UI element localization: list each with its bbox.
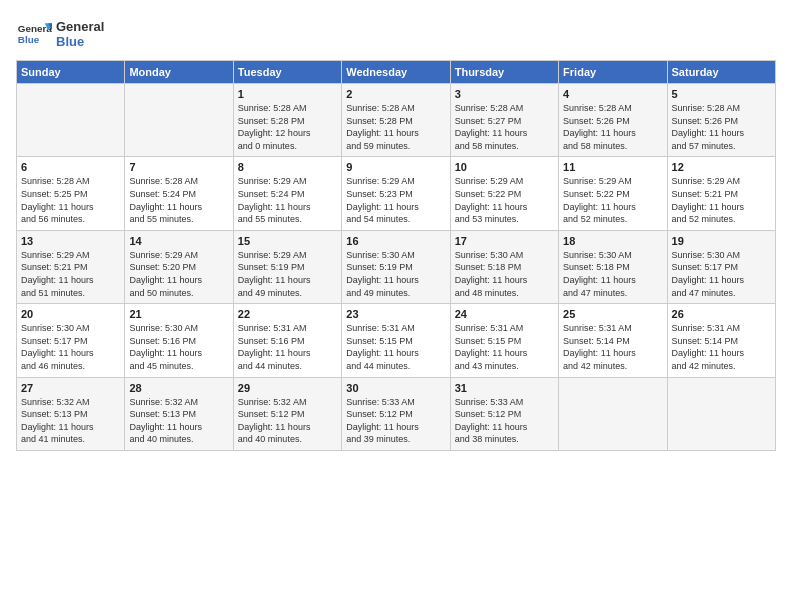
calendar-cell: 1Sunrise: 5:28 AM Sunset: 5:28 PM Daylig… xyxy=(233,84,341,157)
weekday-header-friday: Friday xyxy=(559,61,667,84)
calendar-cell xyxy=(17,84,125,157)
day-number: 29 xyxy=(238,382,337,394)
calendar-cell: 25Sunrise: 5:31 AM Sunset: 5:14 PM Dayli… xyxy=(559,304,667,377)
weekday-header-row: SundayMondayTuesdayWednesdayThursdayFrid… xyxy=(17,61,776,84)
calendar-cell: 8Sunrise: 5:29 AM Sunset: 5:24 PM Daylig… xyxy=(233,157,341,230)
calendar-cell: 2Sunrise: 5:28 AM Sunset: 5:28 PM Daylig… xyxy=(342,84,450,157)
day-number: 15 xyxy=(238,235,337,247)
day-number: 20 xyxy=(21,308,120,320)
day-info: Sunrise: 5:29 AM Sunset: 5:19 PM Dayligh… xyxy=(238,249,337,299)
day-number: 17 xyxy=(455,235,554,247)
calendar-cell: 6Sunrise: 5:28 AM Sunset: 5:25 PM Daylig… xyxy=(17,157,125,230)
day-info: Sunrise: 5:28 AM Sunset: 5:28 PM Dayligh… xyxy=(238,102,337,152)
day-info: Sunrise: 5:29 AM Sunset: 5:23 PM Dayligh… xyxy=(346,175,445,225)
weekday-header-monday: Monday xyxy=(125,61,233,84)
calendar-cell: 19Sunrise: 5:30 AM Sunset: 5:17 PM Dayli… xyxy=(667,230,775,303)
day-info: Sunrise: 5:28 AM Sunset: 5:27 PM Dayligh… xyxy=(455,102,554,152)
calendar-cell: 14Sunrise: 5:29 AM Sunset: 5:20 PM Dayli… xyxy=(125,230,233,303)
calendar-cell: 17Sunrise: 5:30 AM Sunset: 5:18 PM Dayli… xyxy=(450,230,558,303)
day-number: 10 xyxy=(455,161,554,173)
day-number: 23 xyxy=(346,308,445,320)
calendar-cell: 5Sunrise: 5:28 AM Sunset: 5:26 PM Daylig… xyxy=(667,84,775,157)
day-info: Sunrise: 5:29 AM Sunset: 5:22 PM Dayligh… xyxy=(455,175,554,225)
day-number: 21 xyxy=(129,308,228,320)
calendar-cell: 11Sunrise: 5:29 AM Sunset: 5:22 PM Dayli… xyxy=(559,157,667,230)
day-number: 24 xyxy=(455,308,554,320)
svg-text:Blue: Blue xyxy=(18,34,40,45)
calendar-cell: 21Sunrise: 5:30 AM Sunset: 5:16 PM Dayli… xyxy=(125,304,233,377)
calendar-cell xyxy=(667,377,775,450)
day-info: Sunrise: 5:29 AM Sunset: 5:22 PM Dayligh… xyxy=(563,175,662,225)
day-info: Sunrise: 5:31 AM Sunset: 5:14 PM Dayligh… xyxy=(563,322,662,372)
week-row-2: 6Sunrise: 5:28 AM Sunset: 5:25 PM Daylig… xyxy=(17,157,776,230)
day-number: 8 xyxy=(238,161,337,173)
weekday-header-tuesday: Tuesday xyxy=(233,61,341,84)
day-info: Sunrise: 5:30 AM Sunset: 5:16 PM Dayligh… xyxy=(129,322,228,372)
calendar-cell: 10Sunrise: 5:29 AM Sunset: 5:22 PM Dayli… xyxy=(450,157,558,230)
weekday-header-wednesday: Wednesday xyxy=(342,61,450,84)
calendar-cell: 24Sunrise: 5:31 AM Sunset: 5:15 PM Dayli… xyxy=(450,304,558,377)
day-number: 3 xyxy=(455,88,554,100)
week-row-5: 27Sunrise: 5:32 AM Sunset: 5:13 PM Dayli… xyxy=(17,377,776,450)
day-info: Sunrise: 5:29 AM Sunset: 5:20 PM Dayligh… xyxy=(129,249,228,299)
calendar-cell: 23Sunrise: 5:31 AM Sunset: 5:15 PM Dayli… xyxy=(342,304,450,377)
day-number: 1 xyxy=(238,88,337,100)
day-info: Sunrise: 5:28 AM Sunset: 5:24 PM Dayligh… xyxy=(129,175,228,225)
calendar-cell: 18Sunrise: 5:30 AM Sunset: 5:18 PM Dayli… xyxy=(559,230,667,303)
day-info: Sunrise: 5:28 AM Sunset: 5:26 PM Dayligh… xyxy=(672,102,771,152)
calendar-cell: 4Sunrise: 5:28 AM Sunset: 5:26 PM Daylig… xyxy=(559,84,667,157)
logo-text-line1: General xyxy=(56,19,104,34)
weekday-header-thursday: Thursday xyxy=(450,61,558,84)
day-info: Sunrise: 5:32 AM Sunset: 5:12 PM Dayligh… xyxy=(238,396,337,446)
weekday-header-saturday: Saturday xyxy=(667,61,775,84)
calendar-cell: 16Sunrise: 5:30 AM Sunset: 5:19 PM Dayli… xyxy=(342,230,450,303)
day-number: 30 xyxy=(346,382,445,394)
day-info: Sunrise: 5:31 AM Sunset: 5:15 PM Dayligh… xyxy=(455,322,554,372)
day-info: Sunrise: 5:33 AM Sunset: 5:12 PM Dayligh… xyxy=(455,396,554,446)
calendar-cell xyxy=(125,84,233,157)
day-info: Sunrise: 5:31 AM Sunset: 5:14 PM Dayligh… xyxy=(672,322,771,372)
calendar-cell: 12Sunrise: 5:29 AM Sunset: 5:21 PM Dayli… xyxy=(667,157,775,230)
day-number: 25 xyxy=(563,308,662,320)
day-info: Sunrise: 5:28 AM Sunset: 5:26 PM Dayligh… xyxy=(563,102,662,152)
calendar-cell: 3Sunrise: 5:28 AM Sunset: 5:27 PM Daylig… xyxy=(450,84,558,157)
day-info: Sunrise: 5:30 AM Sunset: 5:18 PM Dayligh… xyxy=(455,249,554,299)
day-number: 11 xyxy=(563,161,662,173)
day-info: Sunrise: 5:29 AM Sunset: 5:21 PM Dayligh… xyxy=(21,249,120,299)
day-number: 9 xyxy=(346,161,445,173)
day-info: Sunrise: 5:29 AM Sunset: 5:24 PM Dayligh… xyxy=(238,175,337,225)
calendar-cell: 28Sunrise: 5:32 AM Sunset: 5:13 PM Dayli… xyxy=(125,377,233,450)
day-number: 16 xyxy=(346,235,445,247)
week-row-1: 1Sunrise: 5:28 AM Sunset: 5:28 PM Daylig… xyxy=(17,84,776,157)
day-number: 19 xyxy=(672,235,771,247)
day-info: Sunrise: 5:32 AM Sunset: 5:13 PM Dayligh… xyxy=(129,396,228,446)
day-info: Sunrise: 5:31 AM Sunset: 5:15 PM Dayligh… xyxy=(346,322,445,372)
day-number: 28 xyxy=(129,382,228,394)
calendar-cell: 29Sunrise: 5:32 AM Sunset: 5:12 PM Dayli… xyxy=(233,377,341,450)
calendar-cell: 9Sunrise: 5:29 AM Sunset: 5:23 PM Daylig… xyxy=(342,157,450,230)
day-info: Sunrise: 5:32 AM Sunset: 5:13 PM Dayligh… xyxy=(21,396,120,446)
calendar-cell: 31Sunrise: 5:33 AM Sunset: 5:12 PM Dayli… xyxy=(450,377,558,450)
calendar-cell: 7Sunrise: 5:28 AM Sunset: 5:24 PM Daylig… xyxy=(125,157,233,230)
day-info: Sunrise: 5:29 AM Sunset: 5:21 PM Dayligh… xyxy=(672,175,771,225)
day-info: Sunrise: 5:30 AM Sunset: 5:17 PM Dayligh… xyxy=(672,249,771,299)
day-number: 22 xyxy=(238,308,337,320)
calendar-cell xyxy=(559,377,667,450)
logo-icon: General Blue xyxy=(16,16,52,52)
day-number: 31 xyxy=(455,382,554,394)
week-row-4: 20Sunrise: 5:30 AM Sunset: 5:17 PM Dayli… xyxy=(17,304,776,377)
calendar-cell: 13Sunrise: 5:29 AM Sunset: 5:21 PM Dayli… xyxy=(17,230,125,303)
day-number: 14 xyxy=(129,235,228,247)
day-number: 13 xyxy=(21,235,120,247)
day-number: 18 xyxy=(563,235,662,247)
day-number: 12 xyxy=(672,161,771,173)
calendar-cell: 27Sunrise: 5:32 AM Sunset: 5:13 PM Dayli… xyxy=(17,377,125,450)
calendar-cell: 22Sunrise: 5:31 AM Sunset: 5:16 PM Dayli… xyxy=(233,304,341,377)
calendar-cell: 30Sunrise: 5:33 AM Sunset: 5:12 PM Dayli… xyxy=(342,377,450,450)
calendar-cell: 20Sunrise: 5:30 AM Sunset: 5:17 PM Dayli… xyxy=(17,304,125,377)
day-number: 26 xyxy=(672,308,771,320)
day-number: 6 xyxy=(21,161,120,173)
calendar-table: SundayMondayTuesdayWednesdayThursdayFrid… xyxy=(16,60,776,451)
day-number: 7 xyxy=(129,161,228,173)
logo: General Blue General Blue xyxy=(16,16,104,52)
